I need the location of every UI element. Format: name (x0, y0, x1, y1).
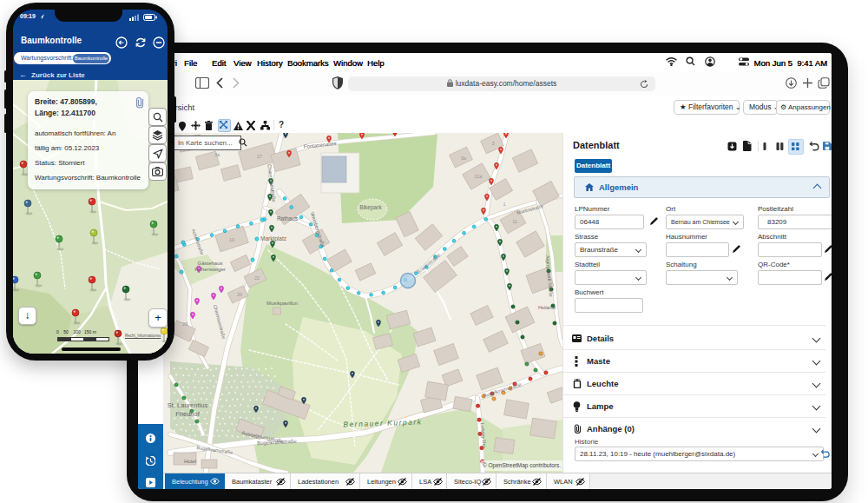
svg-text:Höhensteiger: Höhensteiger (194, 267, 226, 272)
svg-text:Friedhof: Friedhof (175, 410, 200, 418)
svg-text:20: 20 (237, 292, 242, 297)
svg-text:11a: 11a (475, 174, 483, 179)
svg-text:Heilanst: Heilanst (538, 305, 556, 310)
svg-text:1: 1 (503, 202, 505, 207)
svg-text:19: 19 (229, 237, 234, 242)
svg-text:22: 22 (254, 275, 260, 281)
svg-text:Hotel: Hotel (184, 459, 196, 464)
svg-text:Bikepark: Bikepark (359, 204, 382, 211)
svg-text:3a: 3a (214, 152, 220, 157)
svg-text:Gästehaus: Gästehaus (197, 261, 222, 266)
svg-text:27: 27 (257, 154, 262, 159)
svg-text:26: 26 (182, 321, 187, 327)
svg-text:11: 11 (512, 219, 517, 224)
svg-text:Rathaus: Rathaus (277, 215, 299, 222)
svg-text:3: 3 (491, 141, 494, 146)
svg-text:3a: 3a (461, 156, 467, 161)
svg-text:Musikpavillon: Musikpavillon (266, 301, 298, 306)
svg-text:Marktplatz: Marktplatz (260, 235, 286, 242)
svg-text:St. Laurentius: St. Laurentius (168, 401, 208, 409)
